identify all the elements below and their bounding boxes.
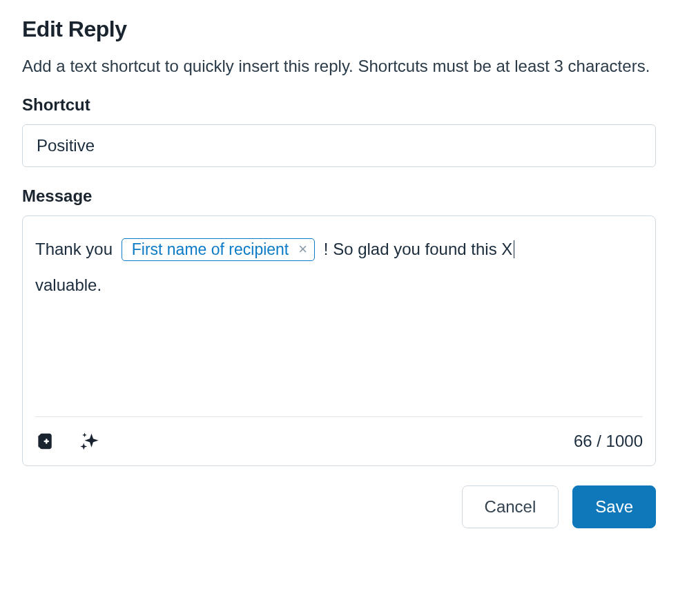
shortcut-input[interactable] <box>22 124 656 167</box>
close-icon[interactable]: × <box>298 242 307 257</box>
message-textarea[interactable]: Thank you First name of recipient× ! So … <box>23 216 655 416</box>
dialog-actions: Cancel Save <box>22 485 656 528</box>
insert-variable-icon[interactable] <box>35 431 56 452</box>
shortcut-field-group: Shortcut <box>22 95 656 167</box>
dialog-description: Add a text shortcut to quickly insert th… <box>22 55 656 79</box>
message-footer: 66 / 1000 <box>35 416 643 465</box>
message-text-part: ! So glad you found this X <box>319 240 512 258</box>
svg-rect-1 <box>38 435 41 447</box>
message-field-group: Message Thank you First name of recipien… <box>22 186 656 466</box>
message-editor: Thank you First name of recipient× ! So … <box>22 215 656 466</box>
variable-chip-label: First name of recipient <box>132 242 289 258</box>
svg-rect-3 <box>46 439 48 444</box>
shortcut-label: Shortcut <box>22 95 656 115</box>
dialog-title: Edit Reply <box>22 17 656 42</box>
sparkle-icon[interactable] <box>79 431 100 452</box>
variable-chip[interactable]: First name of recipient× <box>122 238 315 261</box>
cancel-button[interactable]: Cancel <box>462 485 559 528</box>
message-text-part: Thank you <box>35 240 117 258</box>
message-text-part: valuable. <box>35 276 101 294</box>
message-toolbar <box>35 431 100 452</box>
text-caret <box>514 240 514 258</box>
message-label: Message <box>22 186 656 206</box>
character-count: 66 / 1000 <box>574 432 643 451</box>
save-button[interactable]: Save <box>572 485 656 528</box>
